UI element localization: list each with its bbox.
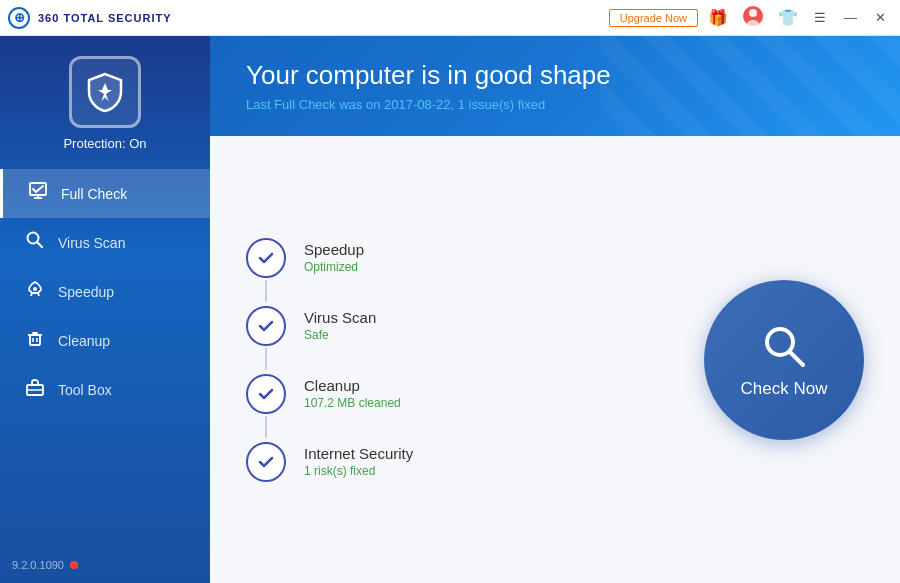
check-area: Speedup Optimized Virus Scan Safe Cleanu… bbox=[210, 136, 900, 583]
sidebar-item-full-check[interactable]: Full Check bbox=[0, 169, 210, 218]
shirt-icon[interactable]: 👕 bbox=[774, 6, 802, 29]
sidebar-item-cleanup[interactable]: Cleanup bbox=[0, 316, 210, 365]
status-banner: Your computer is in good shape Last Full… bbox=[210, 36, 900, 136]
menu-icon[interactable]: ☰ bbox=[808, 8, 832, 27]
nav-container: Full Check Virus Scan Speedup Cleanup To… bbox=[0, 169, 210, 414]
app-title: 360 TOTAL SECURITY bbox=[38, 12, 172, 24]
check-item-name: Virus Scan bbox=[304, 309, 376, 326]
check-now-button[interactable]: Check Now bbox=[704, 280, 864, 440]
banner-sub-prefix: Last Full Check was on bbox=[246, 97, 384, 112]
update-dot bbox=[70, 561, 78, 569]
main-layout: Protection: On Full Check Virus Scan Spe… bbox=[0, 36, 900, 583]
sidebar-item-label: Full Check bbox=[61, 186, 127, 202]
tool-box-icon bbox=[24, 377, 46, 402]
virus-scan-icon bbox=[24, 230, 46, 255]
check-circle bbox=[246, 374, 286, 414]
check-item-status: 107.2 MB cleaned bbox=[304, 396, 401, 410]
sidebar: Protection: On Full Check Virus Scan Spe… bbox=[0, 36, 210, 583]
banner-sub-suffix: , 1 issue(s) fixed bbox=[451, 97, 546, 112]
sidebar-item-label: Tool Box bbox=[58, 382, 112, 398]
content-area: Your computer is in good shape Last Full… bbox=[210, 36, 900, 583]
check-item-status: 1 risk(s) fixed bbox=[304, 464, 413, 478]
banner-subtitle: Last Full Check was on 2017-08-22, 1 iss… bbox=[246, 97, 864, 112]
check-item-name: Internet Security bbox=[304, 445, 413, 462]
sidebar-item-tool-box[interactable]: Tool Box bbox=[0, 365, 210, 414]
titlebar-right: Upgrade Now 🎁 👕 ☰ — ✕ bbox=[609, 3, 892, 33]
svg-rect-11 bbox=[30, 335, 40, 345]
banner-date: 2017-08-22 bbox=[384, 97, 451, 112]
check-item: Speedup Optimized bbox=[246, 224, 664, 292]
sidebar-item-speedup[interactable]: Speedup bbox=[0, 267, 210, 316]
minimize-button[interactable]: — bbox=[838, 8, 863, 27]
sidebar-item-label: Speedup bbox=[58, 284, 114, 300]
check-now-label: Check Now bbox=[741, 379, 828, 399]
check-circle bbox=[246, 442, 286, 482]
titlebar-left: ⊕ 360 TOTAL SECURITY bbox=[8, 7, 172, 29]
check-item-status: Optimized bbox=[304, 260, 364, 274]
check-item: Cleanup 107.2 MB cleaned bbox=[246, 360, 664, 428]
check-list: Speedup Optimized Virus Scan Safe Cleanu… bbox=[246, 224, 664, 496]
full-check-icon bbox=[27, 181, 49, 206]
check-item-name: Cleanup bbox=[304, 377, 401, 394]
svg-line-9 bbox=[31, 293, 32, 296]
speedup-icon bbox=[24, 279, 46, 304]
app-logo: ⊕ bbox=[8, 7, 30, 29]
sidebar-item-label: Virus Scan bbox=[58, 235, 125, 251]
protection-label: Protection: On bbox=[63, 136, 146, 151]
svg-point-8 bbox=[33, 287, 37, 291]
close-button[interactable]: ✕ bbox=[869, 8, 892, 27]
check-circle bbox=[246, 306, 286, 346]
sidebar-item-label: Cleanup bbox=[58, 333, 110, 349]
check-circle bbox=[246, 238, 286, 278]
check-item: Internet Security 1 risk(s) fixed bbox=[246, 428, 664, 496]
svg-line-19 bbox=[790, 352, 803, 365]
check-item-status: Safe bbox=[304, 328, 376, 342]
titlebar: ⊕ 360 TOTAL SECURITY Upgrade Now 🎁 👕 ☰ —… bbox=[0, 0, 900, 36]
svg-line-10 bbox=[38, 293, 39, 296]
shield-svg bbox=[83, 70, 127, 114]
cleanup-icon bbox=[24, 328, 46, 353]
svg-line-7 bbox=[37, 242, 42, 247]
sidebar-bottom: 9.2.0.1090 bbox=[12, 559, 78, 571]
banner-title: Your computer is in good shape bbox=[246, 60, 864, 91]
check-item-name: Speedup bbox=[304, 241, 364, 258]
upgrade-button[interactable]: Upgrade Now bbox=[609, 9, 698, 27]
check-item: Virus Scan Safe bbox=[246, 292, 664, 360]
search-icon bbox=[759, 321, 809, 371]
gift-icon[interactable]: 🎁 bbox=[704, 6, 732, 29]
protection-icon bbox=[69, 56, 141, 128]
version-text: 9.2.0.1090 bbox=[12, 559, 64, 571]
svg-point-1 bbox=[749, 9, 757, 17]
avatar-icon[interactable] bbox=[738, 3, 768, 33]
sidebar-item-virus-scan[interactable]: Virus Scan bbox=[0, 218, 210, 267]
